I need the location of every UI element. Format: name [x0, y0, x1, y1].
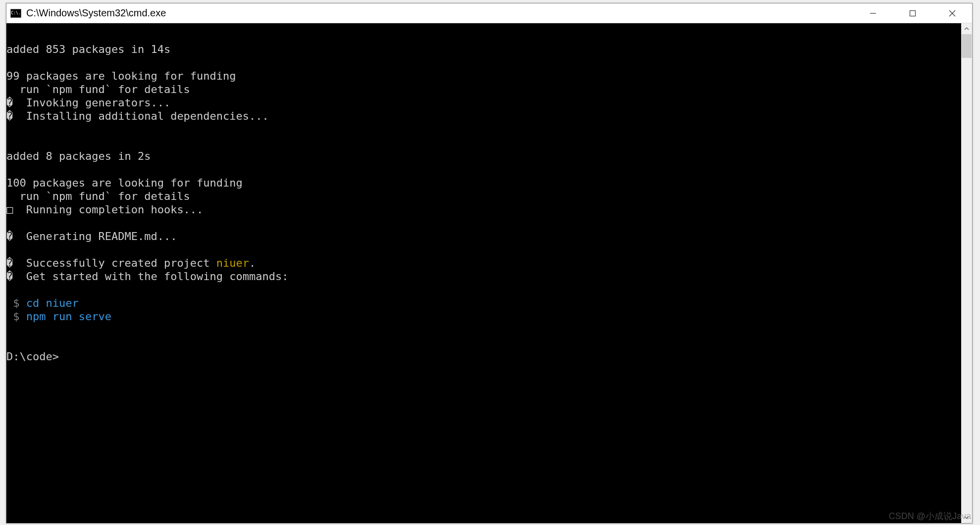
output-line: Installing additional dependencies...: [13, 110, 269, 122]
svg-rect-1: [910, 10, 916, 16]
output-line: added 853 packages in 14s: [6, 43, 170, 55]
maximize-icon: [909, 10, 916, 17]
cmd-window: C:\. C:\Windows\System32\cmd.exe added 8…: [6, 3, 973, 524]
suggested-command: npm run serve: [20, 310, 111, 323]
scroll-down-button[interactable]: [961, 512, 972, 523]
suggested-command: cd niuer: [20, 297, 79, 309]
chevron-down-icon: [964, 515, 969, 520]
output-line: 99 packages are looking for funding: [6, 70, 236, 82]
cmd-icon: C:\.: [10, 9, 21, 18]
close-button[interactable]: [932, 3, 972, 23]
scroll-track[interactable]: [961, 34, 972, 512]
window-title: C:\Windows\System32\cmd.exe: [26, 7, 853, 19]
output-line: Successfully created project: [13, 257, 216, 269]
scroll-up-button[interactable]: [961, 23, 972, 34]
console-area: added 853 packages in 14s 99 packages ar…: [6, 23, 972, 523]
scroll-thumb[interactable]: [962, 34, 972, 58]
minimize-icon: [870, 10, 877, 17]
status-glyph: �: [6, 230, 13, 242]
titlebar[interactable]: C:\. C:\Windows\System32\cmd.exe: [6, 3, 972, 23]
window-controls: [853, 3, 972, 23]
status-glyph: �: [6, 270, 13, 283]
output-line: Invoking generators...: [13, 96, 170, 109]
status-glyph: �: [6, 96, 13, 109]
status-glyph: �: [6, 257, 13, 269]
vertical-scrollbar[interactable]: [961, 23, 972, 523]
close-icon: [949, 10, 956, 17]
minimize-button[interactable]: [853, 3, 893, 23]
maximize-button[interactable]: [893, 3, 932, 23]
chevron-up-icon: [964, 26, 969, 31]
output-line: Get started with the following commands:: [13, 270, 288, 283]
output-line: 100 packages are looking for funding: [6, 177, 243, 189]
shell-prompt-symbol: $: [6, 297, 20, 309]
status-glyph: □: [6, 203, 13, 216]
output-line: Generating README.md...: [13, 230, 177, 242]
shell-prompt-symbol: $: [6, 310, 20, 323]
output-line: Running completion hooks...: [13, 203, 203, 216]
output-line: .: [249, 257, 256, 269]
command-prompt: D:\code>: [6, 350, 59, 363]
output-line: added 8 packages in 2s: [6, 150, 151, 162]
status-glyph: �: [6, 110, 13, 122]
console-output[interactable]: added 853 packages in 14s 99 packages ar…: [6, 23, 961, 523]
output-line: run `npm fund` for details: [6, 190, 190, 202]
output-line: run `npm fund` for details: [6, 83, 190, 95]
project-name: niuer: [216, 257, 249, 269]
